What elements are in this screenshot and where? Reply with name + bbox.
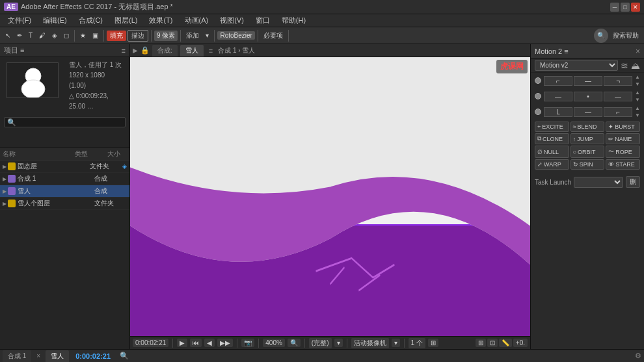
comp-tab-comp1[interactable]: 合成: <box>152 45 178 57</box>
excite-button[interactable]: + EXCITE <box>535 122 569 132</box>
motion-icon1[interactable]: ≋ <box>621 60 628 71</box>
menu-item-文件F[interactable]: 文件(F) <box>3 14 36 27</box>
project-menu-icon[interactable]: ≡ <box>122 47 126 55</box>
toolbar-text[interactable]: T <box>26 31 35 40</box>
rope-button[interactable]: 〜 ROPE <box>606 146 640 158</box>
toolbar-select[interactable]: ↖ <box>3 31 13 40</box>
vc-next[interactable]: ▶▶ <box>217 339 233 347</box>
motion-down-arrow[interactable]: ▼ <box>635 81 640 87</box>
motion-dot1[interactable] <box>535 77 541 84</box>
motion-box-bm[interactable]: — <box>574 107 602 117</box>
motion-dot2[interactable] <box>535 93 541 99</box>
maximize-button[interactable]: □ <box>621 3 630 12</box>
vc-zoom-icon[interactable]: 🔍 <box>288 339 301 347</box>
timeline-tab-snowman[interactable]: 雪人 <box>46 350 69 362</box>
menu-item-动画A[interactable]: 动画(A) <box>180 14 214 27</box>
vc-quality[interactable]: (完整) <box>309 338 332 348</box>
minimize-button[interactable]: ─ <box>610 3 619 12</box>
vc-ruler[interactable]: 📏 <box>499 339 512 347</box>
required-button[interactable]: 必要项 <box>261 30 286 42</box>
toolbar-stamp[interactable]: ◈ <box>49 31 60 40</box>
vc-time[interactable]: 0:00:02:21 <box>133 339 168 347</box>
tl-settings-icon[interactable]: ⚙ <box>635 352 641 360</box>
vc-play[interactable]: ▶ <box>177 339 187 347</box>
motion-side-arrows2: ▲ ▼ <box>635 90 640 103</box>
motion-icon2[interactable]: ⛰ <box>631 60 640 71</box>
breadcrumb-comp1[interactable]: 合成 1 <box>218 47 236 54</box>
vc-first[interactable]: ⏮ <box>190 339 202 347</box>
burst-button[interactable]: ✦ BURST <box>606 122 640 132</box>
project-item-snowman-layers[interactable]: ▶ 雪人个图层 文件夹 <box>0 198 129 210</box>
motion-close-button[interactable]: × <box>636 47 640 56</box>
vc-add[interactable]: +0. <box>513 339 528 347</box>
vc-safe-zones[interactable]: ⊡ <box>487 339 498 347</box>
comp-menu-icon[interactable]: ≡ <box>209 47 213 55</box>
task-select[interactable] <box>574 177 623 188</box>
orbit-button[interactable]: ○ ORBIT <box>570 146 605 158</box>
menu-item-编辑E[interactable]: 编辑(E) <box>38 14 72 27</box>
stare-button[interactable]: 👁 STARE <box>606 159 640 170</box>
project-search[interactable]: 🔍 <box>4 117 126 127</box>
motion-box-tr[interactable]: ¬ <box>604 76 632 86</box>
menu-item-窗口[interactable]: 窗口 <box>250 14 275 27</box>
motion-box-ml[interactable]: — <box>544 92 572 101</box>
toolbar-star[interactable]: ★ <box>77 31 88 40</box>
close-button[interactable]: ✕ <box>631 3 640 12</box>
motion-box-br[interactable]: ⌐ <box>604 107 632 117</box>
vc-prev[interactable]: ◀ <box>204 339 215 347</box>
vc-zoom[interactable]: 400% <box>263 339 285 347</box>
toolbar-brush[interactable]: 🖌 <box>36 31 48 40</box>
vc-grid[interactable]: ⊞ <box>476 339 486 347</box>
motion-box-bl[interactable]: L <box>544 107 572 117</box>
vc-camera[interactable]: 活动摄像机 <box>351 338 389 348</box>
viewer[interactable]: 虎课网 <box>130 57 530 336</box>
vc-view-icon[interactable]: ⊞ <box>428 339 438 347</box>
clone-button[interactable]: ⧉ CLONE <box>535 133 569 144</box>
vc-camera-dropdown[interactable]: ▾ <box>392 339 400 347</box>
motion-up-arrow2[interactable]: ▲ <box>635 90 640 96</box>
motion-box-tl[interactable]: ⌐ <box>544 76 572 86</box>
spin-button[interactable]: ↻ SPIN <box>570 159 605 170</box>
motion-box-tm[interactable]: — <box>574 76 602 86</box>
blend-button[interactable]: ≈ BLEND <box>570 122 605 132</box>
breadcrumb-snowman[interactable]: 雪人 <box>242 47 255 54</box>
project-item-snowman[interactable]: ▶ 雪人 合成 <box>0 185 129 198</box>
motion-box-mr[interactable]: — <box>604 92 632 101</box>
timeline-tab-comp1[interactable]: 合成 1 <box>3 350 31 362</box>
project-search-input[interactable] <box>18 119 122 126</box>
timeline-current-time[interactable]: 0:00:02:21 <box>72 352 114 360</box>
window-controls[interactable]: ─ □ ✕ <box>610 3 640 12</box>
motion-down-arrow2[interactable]: ▼ <box>635 97 640 103</box>
comp-tab-snowman[interactable]: 雪人 <box>180 45 204 57</box>
tl-search-icon[interactable]: 🔍 <box>120 352 129 360</box>
vc-snapshot[interactable]: 📷 <box>241 339 254 347</box>
project-item-solidlayer[interactable]: ▶ 固态层 文件夹 ◈ <box>0 161 129 173</box>
add-icon[interactable]: ▾ <box>203 31 211 40</box>
jump-button[interactable]: ↑ JUMP <box>570 133 605 144</box>
motion-down-arrow3[interactable]: ▼ <box>635 112 640 118</box>
menu-item-视图V[interactable]: 视图(V) <box>215 14 249 27</box>
motion-up-arrow3[interactable]: ▲ <box>635 105 640 111</box>
project-item-comp1[interactable]: ▶ 合成 1 合成 <box>0 173 129 185</box>
motion-up-arrow[interactable]: ▲ <box>635 74 640 80</box>
vc-quality-dropdown[interactable]: ▾ <box>334 339 343 347</box>
motion-version-select[interactable]: Motion v2 <box>535 60 618 71</box>
motion-box-mm[interactable]: • <box>574 92 602 101</box>
task-delete-button[interactable]: 删 <box>626 176 640 188</box>
motion-dot3[interactable] <box>535 109 541 115</box>
menu-item-图层L[interactable]: 图层(L) <box>109 14 142 27</box>
toolbar-eraser[interactable]: ◻ <box>61 31 72 40</box>
null-button[interactable]: ∅ NULL <box>535 146 569 158</box>
toolbar-shape[interactable]: ▣ <box>90 31 101 40</box>
menu-item-帮助H[interactable]: 帮助(H) <box>276 14 311 27</box>
fill-button[interactable]: 填充 <box>107 31 126 41</box>
vc-view[interactable]: 1 个 <box>409 338 425 348</box>
menu-item-效果T[interactable]: 效果(T) <box>144 14 178 27</box>
add-button[interactable]: 添加 <box>183 30 202 42</box>
name-button[interactable]: ✏ NAME <box>606 133 640 144</box>
search-icon[interactable]: 🔍 <box>594 29 608 43</box>
menu-item-合成C[interactable]: 合成(C) <box>74 14 108 27</box>
stroke-button[interactable]: 描边 <box>127 30 148 42</box>
toolbar-pen[interactable]: ✒ <box>14 31 25 40</box>
warp-button[interactable]: ⤢ WARP <box>535 159 569 170</box>
